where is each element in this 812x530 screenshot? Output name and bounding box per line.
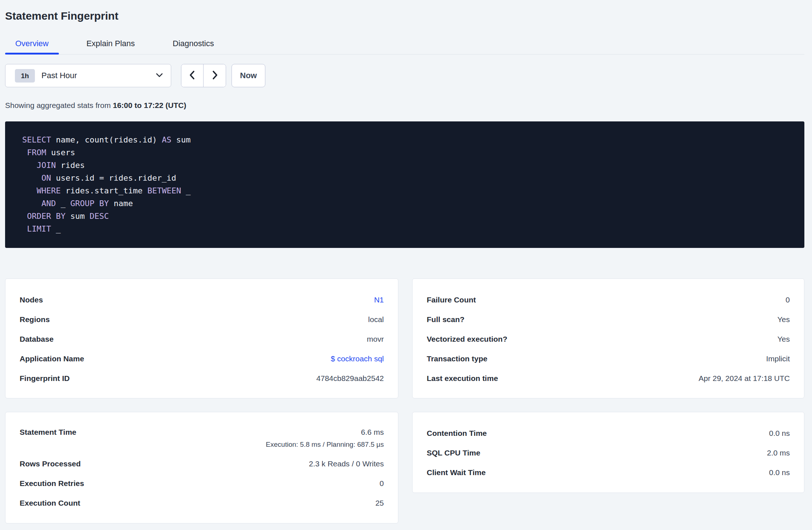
execution-retries-label: Execution Retries [20,479,84,488]
sql-line: FROM users [22,146,787,159]
sql-line: ORDER BY sum DESC [22,210,787,222]
sql-line: JOIN rides [22,159,787,172]
stat-row-sql-cpu-time: SQL CPU Time 2.0 ms [427,443,790,463]
card-statement-stats: Statement Time 6.6 ms Execution: 5.8 ms … [5,412,398,523]
tab-bar: Overview Explain Plans Diagnostics [5,38,804,55]
sql-line: ON users.id = rides.rider_id [22,172,787,184]
contention-time-value: 0.0 ns [769,429,790,438]
stat-row-full-scan: Full scan? Yes [427,310,790,329]
stat-row-nodes: Nodes N1 [20,290,384,310]
execution-count-label: Execution Count [20,499,80,507]
stat-row-execution-retries: Execution Retries 0 [20,474,384,493]
tab-explain-plans-label: Explain Plans [87,39,135,48]
tab-overview-label: Overview [15,39,49,48]
statement-time-main: Statement Time 6.6 ms [20,423,384,441]
card-execution-attributes: Failure Count 0 Full scan? Yes Vectorize… [412,278,804,398]
last-execution-time-label: Last execution time [427,374,498,383]
fingerprint-id-label: Fingerprint ID [20,374,70,383]
time-range-badge: 1h [15,69,35,83]
nodes-link[interactable]: N1 [374,296,384,304]
next-time-range-button[interactable] [204,64,226,87]
regions-label: Regions [20,315,50,324]
tab-diagnostics[interactable]: Diagnostics [162,38,224,54]
vectorized-execution-label: Vectorized execution? [427,335,507,344]
client-wait-time-value: 0.0 ns [769,468,790,477]
stat-row-failure-count: Failure Count 0 [427,290,790,310]
time-range-dropdown[interactable]: 1h Past Hour [5,64,171,87]
tab-explain-plans[interactable]: Explain Plans [76,38,145,54]
chevron-left-icon [188,70,196,81]
card-time-stats: Contention Time 0.0 ns SQL CPU Time 2.0 … [412,412,804,493]
sql-cpu-time-label: SQL CPU Time [427,449,480,457]
stats-cards-row: Statement Time 6.6 ms Execution: 5.8 ms … [5,412,804,523]
stat-row-statement-time: Statement Time 6.6 ms Execution: 5.8 ms … [20,423,384,454]
aggregation-note: Showing aggregated stats from 16:00 to 1… [5,101,804,110]
sql-line: LIMIT _ [22,222,787,235]
stat-row-transaction-type: Transaction type Implicit [427,349,790,369]
chevron-down-icon [156,72,163,79]
card-node-info: Nodes N1 Regions local Database movr App… [5,278,398,398]
tab-overview[interactable]: Overview [5,38,59,54]
regions-value: local [368,315,384,324]
stat-row-application-name: Application Name $ cockroach sql [20,349,384,369]
info-cards-row: Nodes N1 Regions local Database movr App… [5,278,804,398]
stat-row-fingerprint-id: Fingerprint ID 4784cb829aab2542 [20,369,384,388]
client-wait-time-label: Client Wait Time [427,468,486,477]
chevron-right-icon [211,70,219,81]
statement-fingerprint-page: Statement Fingerprint Overview Explain P… [0,0,812,523]
time-step-button-group [181,64,226,87]
fingerprint-id-value: 4784cb829aab2542 [316,374,384,383]
failure-count-value: 0 [785,296,790,304]
application-name-label: Application Name [20,354,84,363]
stat-row-rows-processed: Rows Processed 2.3 k Reads / 0 Writes [20,454,384,474]
stat-row-contention-time: Contention Time 0.0 ns [427,423,790,443]
full-scan-label: Full scan? [427,315,465,324]
nodes-label: Nodes [20,296,43,304]
rows-processed-label: Rows Processed [20,459,81,468]
rows-processed-value: 2.3 k Reads / 0 Writes [309,459,384,468]
stat-row-client-wait-time: Client Wait Time 0.0 ns [427,463,790,482]
previous-time-range-button[interactable] [181,64,204,87]
page-title: Statement Fingerprint [5,9,804,23]
sql-line: SELECT name, count(rides.id) AS sum [22,133,787,146]
aggregation-note-range: 16:00 to 17:22 (UTC) [113,101,186,109]
stat-row-database: Database movr [20,329,384,349]
stat-row-regions: Regions local [20,310,384,329]
last-execution-time-value: Apr 29, 2024 at 17:18 UTC [699,374,790,383]
time-controls: 1h Past Hour Now [5,64,804,87]
sql-cpu-time-value: 2.0 ms [767,449,790,457]
sql-statement-box: SELECT name, count(rides.id) AS sum FROM… [5,121,804,248]
sql-line: WHERE rides.start_time BETWEEN _ [22,184,787,197]
vectorized-execution-value: Yes [777,335,790,344]
time-range-label: Past Hour [41,71,156,80]
stat-row-last-execution-time: Last execution time Apr 29, 2024 at 17:1… [427,369,790,388]
database-label: Database [20,335,53,344]
contention-time-label: Contention Time [427,429,487,438]
stat-row-execution-count: Execution Count 25 [20,493,384,513]
failure-count-label: Failure Count [427,296,476,304]
execution-count-value: 25 [375,499,384,507]
database-value: movr [367,335,384,344]
full-scan-value: Yes [777,315,790,324]
statement-time-label: Statement Time [20,428,76,437]
tab-diagnostics-label: Diagnostics [173,39,214,48]
stat-row-vectorized-execution: Vectorized execution? Yes [427,329,790,349]
transaction-type-label: Transaction type [427,354,487,363]
now-button[interactable]: Now [232,64,265,87]
statement-time-value: 6.6 ms [361,428,384,437]
sql-line: AND _ GROUP BY name [22,197,787,210]
execution-retries-value: 0 [379,479,384,488]
aggregation-note-prefix: Showing aggregated stats from [5,101,113,109]
application-name-link[interactable]: $ cockroach sql [331,354,384,363]
statement-time-breakdown: Execution: 5.8 ms / Planning: 687.5 µs [20,440,384,449]
transaction-type-value: Implicit [766,354,790,363]
